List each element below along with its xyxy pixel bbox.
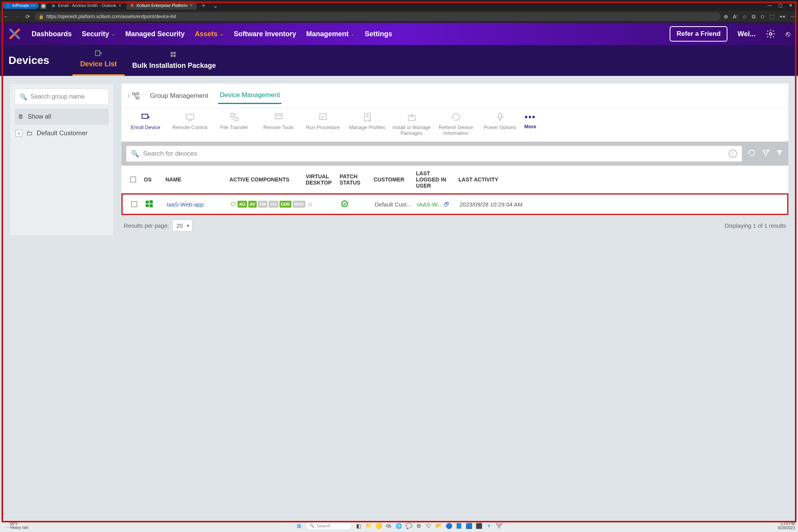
- expand-icon[interactable]: +: [15, 130, 22, 137]
- tool-install-packages[interactable]: Install or Manage Packages: [391, 112, 432, 136]
- customer-cell: Default Cust...: [372, 200, 415, 209]
- device-name-link[interactable]: IaaS-Web-app: [167, 201, 204, 208]
- taskbar-clock[interactable]: 5:19 PM 9/28/2023: [778, 522, 795, 530]
- minimize-button[interactable]: —: [768, 3, 772, 8]
- copilot-icon[interactable]: 🟡: [375, 522, 382, 529]
- remote-session-icon[interactable]: 🗗: [444, 201, 450, 208]
- edge-icon[interactable]: 🌐: [395, 522, 402, 529]
- tool-remote-control[interactable]: Remote Control: [170, 112, 210, 130]
- close-window-button[interactable]: ✕: [789, 3, 793, 8]
- explorer-icon[interactable]: 📁: [365, 522, 372, 529]
- badge-mdr: MDR: [293, 201, 305, 208]
- tool-power-options[interactable]: Power Options: [480, 112, 520, 130]
- th-active-components[interactable]: ACTIVE COMPONENTS: [227, 175, 303, 184]
- zoom-icon[interactable]: ⊕: [724, 13, 728, 20]
- th-last-user[interactable]: LAST LOGGED IN USER: [414, 169, 456, 190]
- forward-button[interactable]: →: [13, 13, 21, 20]
- nav-label: Management: [306, 30, 348, 38]
- tool-refresh-device[interactable]: Refresh Device Information: [436, 112, 476, 136]
- tab-device-management[interactable]: Device Management: [218, 87, 281, 104]
- subtab-device-list[interactable]: Device List: [72, 42, 125, 76]
- last-user-link[interactable]: IAAS-W...: [417, 201, 442, 208]
- workspaces-icon[interactable]: ▣: [40, 2, 46, 9]
- task-view-icon[interactable]: ◧: [355, 522, 362, 529]
- weather-icon[interactable]: ☁️: [3, 522, 10, 529]
- nav-label: Software Inventory: [234, 30, 296, 38]
- chrome-icon[interactable]: 🔵: [445, 522, 452, 529]
- tab-overflow-icon[interactable]: ⌄: [210, 2, 220, 9]
- tool-run-procedure[interactable]: Run Procedure: [303, 112, 343, 130]
- store-icon[interactable]: 🛍: [385, 522, 392, 529]
- folder2-icon[interactable]: 📂: [435, 522, 442, 529]
- tool-remote-tools[interactable]: Remote Tools: [258, 112, 299, 130]
- menu-icon[interactable]: ⋯: [790, 13, 796, 20]
- per-page-select[interactable]: 20: [172, 220, 193, 232]
- weather-widget[interactable]: 60°F Heavy rain: [10, 522, 29, 530]
- nav-settings[interactable]: Settings: [365, 30, 392, 38]
- tool-more[interactable]: ••• More: [524, 112, 536, 129]
- remote-control-icon: [185, 112, 195, 122]
- defender-icon[interactable]: 🛡: [425, 522, 432, 529]
- nav-managed-security[interactable]: Managed Security: [125, 30, 185, 38]
- settings-icon[interactable]: ⚙: [415, 522, 422, 529]
- back-button[interactable]: ←: [2, 13, 10, 20]
- browser-tab-outlook[interactable]: ◉ Email - Andrea Smith - Outlook ×: [48, 1, 125, 10]
- extensions-icon[interactable]: ⬚: [769, 13, 774, 20]
- filter-button[interactable]: [775, 149, 784, 159]
- show-all-button[interactable]: 🗎 Show all: [15, 109, 109, 125]
- gear-icon[interactable]: [766, 29, 776, 39]
- th-patch-status[interactable]: PATCH STATUS: [337, 172, 371, 187]
- refresh-list-button[interactable]: [747, 149, 756, 159]
- refresh-button[interactable]: ⟳: [24, 13, 32, 20]
- clear-filter-button[interactable]: [761, 149, 770, 159]
- teams-icon[interactable]: 💬: [405, 522, 412, 529]
- read-aloud-icon[interactable]: A⁾: [733, 13, 737, 20]
- nav-assets[interactable]: Assets⌄: [195, 30, 224, 38]
- tree-node-default-customer[interactable]: + 🗀 Default Customer: [15, 125, 109, 142]
- select-all-checkbox[interactable]: [130, 176, 136, 183]
- row-checkbox[interactable]: [131, 201, 137, 207]
- profile-icon[interactable]: 👓: [779, 13, 786, 20]
- url-input[interactable]: 🔒 https://openedr.platform.xcitium.com/a…: [35, 12, 721, 21]
- inprivate-badge[interactable]: 👤 InPrivate 👓: [2, 2, 39, 9]
- nav-dashboards[interactable]: Dashboards: [32, 30, 72, 38]
- favorites-icon[interactable]: ✩: [760, 13, 765, 20]
- start-button[interactable]: ⊞: [296, 522, 303, 529]
- info-icon[interactable]: i: [729, 149, 737, 158]
- th-last-activity[interactable]: LAST ACTIVITY: [456, 175, 782, 184]
- nav-label: Assets: [195, 30, 217, 38]
- th-customer[interactable]: CUSTOMER: [371, 175, 414, 184]
- subtab-bulk-install[interactable]: Bulk Installation Package: [125, 44, 224, 76]
- refer-a-friend-button[interactable]: Refer a Friend: [670, 26, 727, 42]
- device-search-input[interactable]: 🔍 Search for devices i: [126, 146, 742, 162]
- snip-icon[interactable]: ✂️: [495, 522, 502, 529]
- logout-icon[interactable]: ⎋: [786, 30, 790, 39]
- new-tab-button[interactable]: ＋: [198, 2, 209, 10]
- outlook-icon[interactable]: 📧: [485, 522, 492, 529]
- close-tab-icon[interactable]: ×: [118, 3, 121, 8]
- collapse-tree-button[interactable]: ‹: [128, 92, 140, 100]
- table-row[interactable]: IaaS-Web-app 🛡 AG AV FW CO EDR MDR 🖥: [121, 193, 788, 215]
- collections-icon[interactable]: ⧉: [752, 13, 756, 20]
- tool-file-transfer[interactable]: File Transfer: [214, 112, 254, 130]
- th-name[interactable]: NAME: [163, 175, 227, 184]
- group-search-input[interactable]: 🔍 Search group name: [15, 89, 109, 105]
- browser-tab-xcitium[interactable]: ✖ Xcitium Enterprise Platform ×: [126, 1, 196, 10]
- taskbar-search[interactable]: 🔍 Search: [306, 522, 352, 530]
- terminal-icon[interactable]: ⬛: [475, 522, 482, 529]
- tool-manage-profiles[interactable]: Manage Profiles: [347, 112, 387, 130]
- xcitium-logo[interactable]: [8, 27, 22, 41]
- th-os[interactable]: OS: [141, 175, 163, 184]
- nav-software-inventory[interactable]: Software Inventory: [234, 30, 296, 38]
- word-icon[interactable]: 📘: [455, 522, 462, 529]
- nav-management[interactable]: Management⌄: [306, 30, 355, 38]
- close-tab-icon[interactable]: ×: [190, 3, 193, 8]
- th-virtual-desktop[interactable]: VIRTUAL DESKTOP: [303, 172, 337, 187]
- show-all-icon: 🗎: [18, 113, 24, 120]
- tool-enroll-device[interactable]: Enroll Device: [125, 112, 166, 130]
- nav-security[interactable]: Security⌄: [82, 30, 115, 38]
- tab-group-management[interactable]: Group Management: [148, 88, 210, 104]
- maximize-button[interactable]: ▢: [778, 3, 783, 8]
- app1-icon[interactable]: 🟦: [465, 522, 472, 529]
- star-icon[interactable]: ☆: [742, 13, 747, 20]
